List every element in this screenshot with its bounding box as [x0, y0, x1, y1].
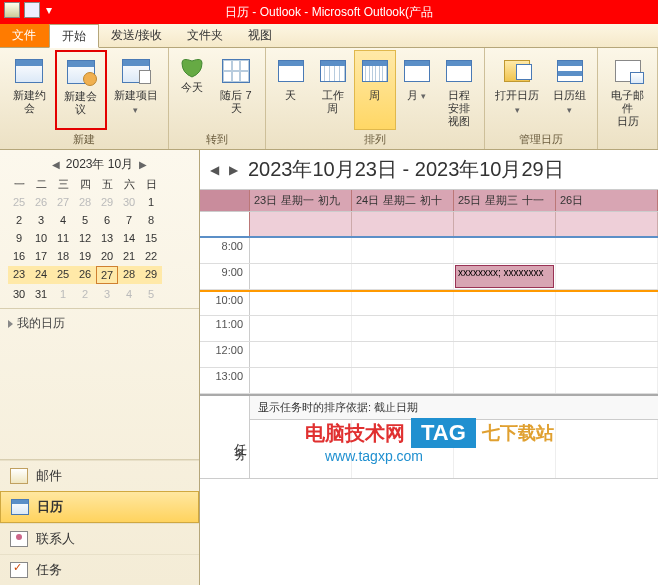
time-cell[interactable] [250, 238, 352, 263]
qat-undo-icon[interactable] [24, 2, 40, 18]
datepicker-day[interactable]: 10 [30, 230, 52, 246]
datepicker-day[interactable]: 23 [8, 266, 30, 284]
time-cell[interactable] [352, 238, 454, 263]
day-header[interactable]: 25日星期三十一 [454, 190, 556, 211]
tasks-sort-label[interactable]: 显示任务时的排序依据: 截止日期 [250, 396, 658, 420]
datepicker-day[interactable]: 22 [140, 248, 162, 264]
time-cell[interactable] [454, 342, 556, 367]
next-week-button[interactable]: ▶ [229, 163, 238, 177]
datepicker-day[interactable]: 26 [74, 266, 96, 284]
time-cell[interactable] [454, 316, 556, 341]
day-view-button[interactable]: 天 [270, 50, 312, 130]
today-button[interactable]: 今天 [173, 50, 211, 130]
datepicker-day[interactable]: 18 [52, 248, 74, 264]
datepicker-day[interactable]: 28 [74, 194, 96, 210]
new-item-button[interactable]: 新建项目 [107, 50, 164, 130]
datepicker-day[interactable]: 9 [8, 230, 30, 246]
day-header[interactable]: 26日 [556, 190, 658, 211]
new-meeting-button[interactable]: 新建会议 [55, 50, 108, 130]
calendar-event[interactable]: xxxxxxxx; xxxxxxxx [455, 265, 554, 288]
datepicker-day[interactable]: 25 [8, 194, 30, 210]
calendar-groups-button[interactable]: 日历组 [546, 50, 593, 130]
time-cell[interactable] [250, 292, 352, 315]
datepicker-day[interactable]: 27 [52, 194, 74, 210]
datepicker-day[interactable]: 8 [140, 212, 162, 228]
time-cell[interactable] [352, 264, 454, 289]
open-calendar-button[interactable]: 打开日历 [489, 50, 546, 130]
time-cell[interactable] [556, 264, 658, 289]
tab-view[interactable]: 视图 [236, 24, 285, 47]
tab-folder[interactable]: 文件夹 [175, 24, 236, 47]
datepicker-day[interactable]: 11 [52, 230, 74, 246]
time-cell[interactable] [352, 316, 454, 341]
datepicker-day[interactable]: 21 [118, 248, 140, 264]
datepicker-day[interactable]: 5 [140, 286, 162, 302]
qat-send-receive-icon[interactable] [4, 2, 20, 18]
datepicker-day[interactable]: 14 [118, 230, 140, 246]
next-7-days-button[interactable]: 随后 7 天 [211, 50, 260, 130]
time-cell[interactable] [556, 292, 658, 315]
time-cell[interactable] [352, 292, 454, 315]
time-cell[interactable] [556, 316, 658, 341]
datepicker-day[interactable]: 27 [96, 266, 118, 284]
datepicker-day[interactable]: 25 [52, 266, 74, 284]
qat-customize-icon[interactable]: ▾ [44, 2, 54, 18]
datepicker-day[interactable]: 30 [8, 286, 30, 302]
time-cell[interactable] [250, 342, 352, 367]
datepicker-day[interactable]: 3 [30, 212, 52, 228]
datepicker-day[interactable]: 15 [140, 230, 162, 246]
datepicker-day[interactable]: 7 [118, 212, 140, 228]
time-cell[interactable] [556, 342, 658, 367]
time-cell[interactable] [250, 264, 352, 289]
time-cell[interactable] [454, 292, 556, 315]
datepicker-day[interactable]: 4 [118, 286, 140, 302]
nav-mail[interactable]: 邮件 [0, 460, 199, 491]
datepicker-day[interactable]: 28 [118, 266, 140, 284]
time-cell[interactable]: xxxxxxxx; xxxxxxxx [454, 264, 556, 289]
time-cell[interactable] [454, 238, 556, 263]
datepicker-day[interactable]: 3 [96, 286, 118, 302]
tab-send-receive[interactable]: 发送/接收 [99, 24, 175, 47]
my-calendars-header[interactable]: 我的日历 [0, 308, 199, 338]
datepicker-day[interactable]: 2 [74, 286, 96, 302]
datepicker-day[interactable]: 26 [30, 194, 52, 210]
time-cell[interactable] [556, 368, 658, 393]
datepicker-day[interactable]: 30 [118, 194, 140, 210]
workweek-view-button[interactable]: 工作周 [312, 50, 354, 130]
time-cell[interactable] [250, 368, 352, 393]
new-appointment-button[interactable]: 新建约会 [4, 50, 55, 130]
nav-calendar[interactable]: 日历 [0, 491, 199, 523]
time-cell[interactable] [250, 316, 352, 341]
datepicker-day[interactable]: 6 [96, 212, 118, 228]
datepicker-day[interactable]: 20 [96, 248, 118, 264]
datepicker-day[interactable]: 12 [74, 230, 96, 246]
datepicker-day[interactable]: 1 [52, 286, 74, 302]
tab-file[interactable]: 文件 [0, 24, 49, 47]
schedule-view-button[interactable]: 日程安排 视图 [438, 50, 480, 130]
prev-week-button[interactable]: ◀ [210, 163, 219, 177]
tab-home[interactable]: 开始 [49, 24, 99, 48]
time-cell[interactable] [556, 238, 658, 263]
month-view-button[interactable]: 月 [396, 50, 438, 130]
nav-tasks[interactable]: 任务 [0, 554, 199, 585]
time-cell[interactable] [352, 342, 454, 367]
datepicker-day[interactable]: 4 [52, 212, 74, 228]
datepicker-day[interactable]: 29 [96, 194, 118, 210]
time-cell[interactable] [454, 368, 556, 393]
prev-month-button[interactable]: ◀ [52, 159, 60, 170]
week-view-button[interactable]: 周 [354, 50, 396, 130]
datepicker-day[interactable]: 5 [74, 212, 96, 228]
datepicker-day[interactable]: 2 [8, 212, 30, 228]
nav-contacts[interactable]: 联系人 [0, 523, 199, 554]
next-month-button[interactable]: ▶ [139, 159, 147, 170]
datepicker-day[interactable]: 16 [8, 248, 30, 264]
datepicker-day[interactable]: 19 [74, 248, 96, 264]
day-header[interactable]: 23日星期一初九 [250, 190, 352, 211]
datepicker-day[interactable]: 31 [30, 286, 52, 302]
datepicker-day[interactable]: 1 [140, 194, 162, 210]
datepicker-day[interactable]: 13 [96, 230, 118, 246]
day-header[interactable]: 24日星期二初十 [352, 190, 454, 211]
allday-row[interactable] [200, 212, 658, 238]
time-cell[interactable] [352, 368, 454, 393]
datepicker-day[interactable]: 17 [30, 248, 52, 264]
